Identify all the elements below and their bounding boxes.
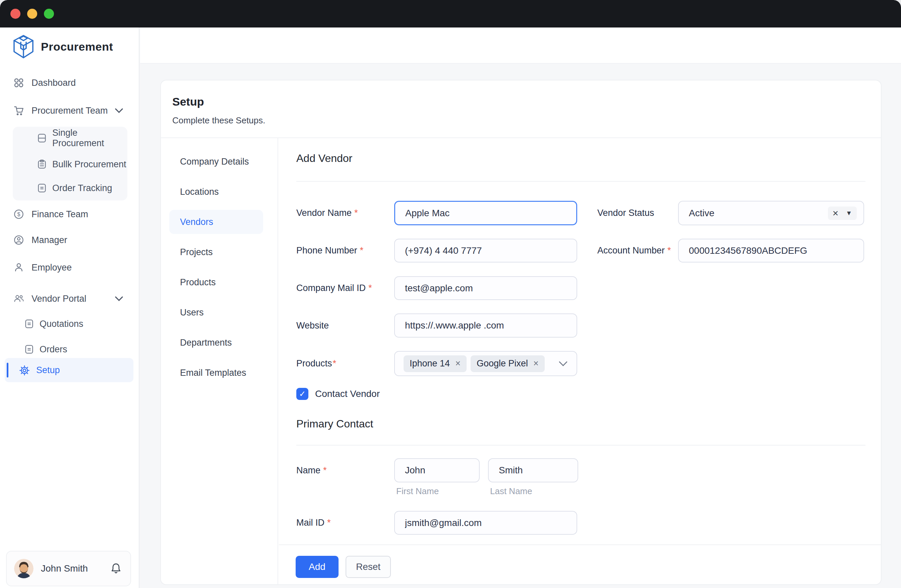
vendor-name-label: Vendor Name* (296, 201, 358, 225)
app-logo: Procurement (13, 35, 113, 58)
product-tag: Iphone 14 × (404, 356, 466, 372)
avatar (14, 559, 34, 578)
account-number-input[interactable] (678, 239, 864, 262)
contact-vendor-row: ✓ Contact Vendor (279, 388, 881, 400)
setup-card: Setup Complete these Setups. Company Det… (160, 80, 882, 585)
clear-icon[interactable]: × (832, 208, 839, 218)
last-name-helper: Last Name (490, 486, 532, 496)
product-tag: Google Pixel × (471, 356, 545, 372)
first-name-input[interactable] (394, 458, 480, 482)
setup-nav-products[interactable]: Products (169, 270, 263, 294)
name-helpers-row: First Name Last Name (279, 486, 881, 496)
website-label: Website (296, 313, 329, 338)
sidebar-item-label: Dashboard (31, 78, 76, 88)
sidebar-item-manager[interactable]: Manager (0, 230, 139, 250)
document-icon (37, 183, 47, 193)
document-icon (24, 344, 34, 354)
products-label: Products* (296, 351, 336, 376)
procurement-cube-logo-icon (13, 34, 34, 59)
procurement-team-subgroup: Single Procurement Bullk Procurement Ord… (13, 127, 127, 200)
app-title: Procurement (41, 40, 113, 53)
website-input[interactable] (394, 313, 577, 338)
chevron-down-icon (115, 296, 123, 301)
setup-nav-locations[interactable]: Locations (169, 180, 263, 204)
top-header-bar (140, 28, 901, 64)
required-asterisk: * (323, 465, 327, 476)
user-name: John Smith (41, 563, 88, 574)
sidebar-item-finance-team[interactable]: $ Finance Team (0, 204, 139, 224)
form-row: Website (279, 313, 881, 338)
form-row: Phone Number* Account Number* (279, 239, 881, 262)
select-controls: × ▼ (828, 206, 857, 220)
form-row: Mail ID* (279, 511, 881, 535)
sidebar: Procurement Dashboard Procurement Tea (0, 28, 139, 588)
remove-tag-icon[interactable]: × (455, 358, 461, 369)
phone-number-input[interactable] (394, 239, 577, 262)
add-button[interactable]: Add (296, 556, 338, 578)
sidebar-item-bullk-procurement[interactable]: Bullk Procurement (13, 154, 127, 174)
primary-contact-title: Primary Contact (296, 418, 373, 430)
required-asterisk: * (327, 518, 331, 528)
sidebar-item-single-procurement[interactable]: Single Procurement (13, 128, 127, 148)
last-name-input[interactable] (488, 458, 578, 482)
mail-id-input[interactable] (394, 511, 577, 535)
add-vendor-form: Add Vendor Vendor Name* Vendor Status Ac… (279, 137, 881, 584)
sidebar-item-label: Quotations (39, 319, 83, 329)
close-button[interactable] (10, 9, 20, 19)
sidebar-item-quotations[interactable]: Quotations (0, 314, 139, 334)
form-row: Products* Iphone 14 × Google Pixel × (279, 351, 881, 376)
chevron-down-icon[interactable] (558, 361, 568, 367)
sidebar-item-setup[interactable]: Setup (5, 358, 133, 382)
zoom-button[interactable] (44, 9, 54, 19)
check-icon: ✓ (299, 389, 306, 399)
contact-vendor-checkbox[interactable]: ✓ (296, 388, 309, 400)
sidebar-item-order-tracking[interactable]: Order Tracking (13, 178, 127, 198)
form-row: Name* (279, 458, 881, 482)
company-mail-input[interactable] (394, 276, 577, 300)
sidebar-item-employee[interactable]: Employee (0, 257, 139, 278)
setup-nav-departments[interactable]: Departments (169, 331, 263, 355)
user-profile-card[interactable]: John Smith (6, 551, 131, 586)
first-name-helper: First Name (396, 486, 439, 496)
sidebar-item-label: Setup (36, 365, 60, 376)
setup-nav-email-templates[interactable]: Email Templates (169, 361, 263, 385)
vendor-status-label: Vendor Status (597, 201, 654, 225)
remove-tag-icon[interactable]: × (533, 358, 539, 369)
sidebar-item-label: Order Tracking (52, 183, 112, 193)
sidebar-item-orders[interactable]: Orders (0, 339, 139, 359)
form-actions: Add Reset (279, 556, 881, 578)
required-asterisk: * (354, 208, 358, 218)
sidebar-item-label: Bullk Procurement (52, 159, 126, 170)
user-circle-icon (13, 235, 24, 245)
setup-nav-projects[interactable]: Projects (169, 240, 263, 264)
divider (296, 445, 865, 446)
document-icon (37, 159, 47, 169)
setup-nav-users[interactable]: Users (169, 300, 263, 324)
notification-bell-icon[interactable] (110, 563, 122, 575)
document-icon (37, 133, 47, 143)
sidebar-item-dashboard[interactable]: Dashboard (0, 73, 139, 93)
vendor-status-select[interactable]: Active × ▼ (678, 201, 864, 225)
required-asterisk: * (333, 358, 337, 369)
dollar-circle-icon: $ (13, 209, 24, 220)
setup-nav: Company Details Locations Vendors Projec… (161, 138, 278, 584)
account-number-label: Account Number* (597, 239, 671, 262)
sidebar-item-vendor-portal[interactable]: Vendor Portal (0, 289, 139, 309)
minimize-button[interactable] (27, 9, 37, 19)
required-asterisk: * (368, 283, 372, 293)
dashboard-grid-icon (13, 78, 24, 88)
sidebar-item-label: Procurement Team (31, 106, 108, 116)
sidebar-item-label: Orders (39, 344, 67, 355)
reset-button[interactable]: Reset (346, 556, 391, 578)
active-indicator-bar (7, 363, 8, 377)
setup-nav-company-details[interactable]: Company Details (169, 150, 263, 174)
sidebar-item-procurement-team[interactable]: Procurement Team (0, 101, 139, 121)
products-multiselect[interactable]: Iphone 14 × Google Pixel × (394, 351, 577, 376)
required-asterisk: * (667, 245, 671, 256)
vendor-name-input[interactable] (394, 201, 577, 225)
setup-nav-vendors[interactable]: Vendors (169, 210, 263, 234)
mail-id-label: Mail ID* (296, 511, 331, 535)
caret-down-icon[interactable]: ▼ (846, 209, 852, 217)
divider (279, 544, 881, 545)
phone-number-label: Phone Number* (296, 239, 363, 262)
